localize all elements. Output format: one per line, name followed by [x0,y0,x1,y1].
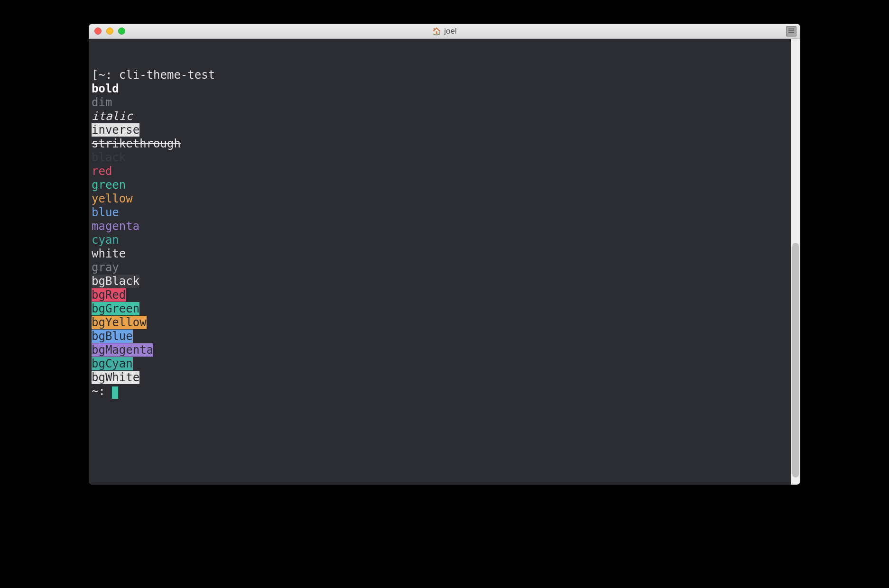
output-line: bgMagenta [92,343,788,357]
styled-text: bgMagenta [92,343,153,357]
menu-icon[interactable] [786,26,796,37]
output-line: dim [92,96,788,110]
traffic-lights [89,28,125,35]
styled-text: bgBlack [92,275,139,288]
output-line: gray [92,261,788,275]
output-line: black [92,151,788,165]
styled-text: white [92,247,126,260]
window-title: 🏠 joel [89,27,800,36]
styled-text: bgYellow [92,316,147,329]
output-line: bold [92,82,788,96]
prompt-line: [~: cli-theme-test [92,68,788,82]
terminal-wrap: [~: cli-theme-testbolddimitalicinversest… [89,39,800,485]
close-button[interactable] [94,28,102,35]
minimize-button[interactable] [106,28,113,35]
output-line: bgBlack [92,275,788,288]
terminal-content[interactable]: [~: cli-theme-testbolddimitalicinversest… [89,39,791,485]
scrollbar-track[interactable] [791,39,800,485]
output-line: red [92,165,788,178]
styled-text: italic [92,110,133,123]
output-line: bgBlue [92,330,788,343]
styled-text: bgRed [92,288,126,302]
output-line: bgRed [92,288,788,302]
styled-text: bgBlue [92,330,133,343]
output-line: blue [92,206,788,220]
terminal-window: 🏠 joel [~: cli-theme-testbolddimitalicin… [89,24,800,485]
styled-text: bold [92,82,119,95]
output-line: bgCyan [92,357,788,371]
output-line: green [92,178,788,192]
styled-text: yellow [92,192,133,205]
scrollbar-thumb[interactable] [792,243,799,478]
output-line: inverse [92,123,788,137]
output-line: yellow [92,192,788,206]
styled-text: cyan [92,233,119,247]
home-icon: 🏠 [432,27,441,36]
cursor [112,386,118,399]
styled-text: gray [92,261,119,274]
prompt-end: ~: [92,385,112,398]
styled-text: bgWhite [92,371,139,384]
output-line: magenta [92,220,788,233]
output-line: bgYellow [92,316,788,330]
output-line: italic [92,110,788,123]
styled-text: black [92,151,126,164]
window-title-text: joel [444,27,456,36]
zoom-button[interactable] [118,28,125,35]
styled-text: green [92,178,126,192]
titlebar[interactable]: 🏠 joel [89,24,800,39]
styled-text: magenta [92,220,139,233]
styled-text: bgCyan [92,357,133,370]
styled-text: dim [92,96,112,109]
prompt-end-line: ~: [92,385,788,398]
output-line: bgGreen [92,302,788,316]
output-line: cyan [92,233,788,247]
output-line: bgWhite [92,371,788,385]
styled-text: inverse [92,123,139,137]
styled-text: red [92,165,112,178]
styled-text: blue [92,206,119,219]
styled-text: strikethrough [92,137,181,150]
styled-text: bgGreen [92,302,139,315]
output-line: white [92,247,788,261]
output-line: strikethrough [92,137,788,151]
